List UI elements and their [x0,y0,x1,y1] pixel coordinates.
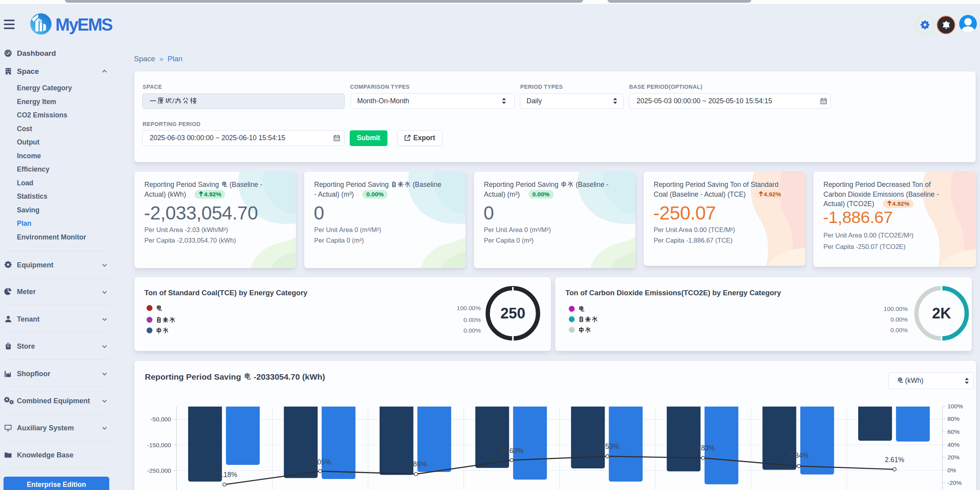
svg-text:-20%: -20% [947,479,962,486]
svg-text:22.53%: 22.53% [596,442,619,450]
svg-text:60%: 60% [947,428,960,435]
svg-text:-50,000: -50,000 [150,416,171,422]
svg-text:100.00%: 100.00% [457,305,481,311]
svg-text:0.00%: 0.00% [890,316,908,323]
svg-text:19.83%: 19.83% [691,444,714,452]
svg-text:8.34%: 8.34% [789,451,809,459]
svg-text:100.00%: 100.00% [884,305,908,312]
svg-text:2K: 2K [932,305,951,322]
svg-text:20%: 20% [947,454,960,461]
svg-text:80%: 80% [947,415,960,422]
svg-text:-3.86%: -3.86% [405,460,426,468]
svg-text:100%: 100% [947,402,963,409]
svg-text:-0.05%: -0.05% [309,458,331,466]
svg-text:-21.18%: -21.18% [211,470,237,478]
svg-text:-250,000: -250,000 [147,467,171,474]
svg-text:0.00%: 0.00% [463,316,481,323]
svg-text:Ton of Standard Coal(TCE) by E: Ton of Standard Coal(TCE) by Energy Cate… [144,289,308,297]
svg-text:0%: 0% [947,466,956,473]
svg-text:0.00%: 0.00% [463,327,481,334]
svg-text:-150,000: -150,000 [147,441,171,448]
svg-text:0.00%: 0.00% [890,327,908,333]
svg-text:40%: 40% [947,441,960,448]
svg-text:16.60%: 16.60% [500,446,523,454]
svg-text:2.61%: 2.61% [885,455,904,463]
svg-text:250: 250 [500,305,525,322]
svg-text:Ton of Carbon Dioxide Emission: Ton of Carbon Dioxide Emissions(TCO2E) b… [565,289,781,297]
